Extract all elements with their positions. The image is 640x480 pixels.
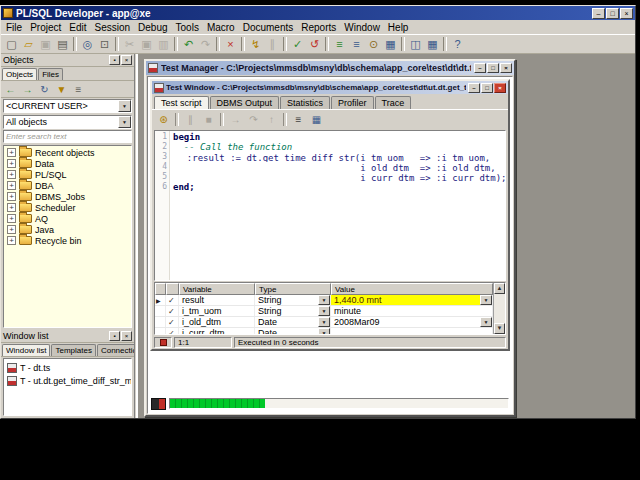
- menu-help[interactable]: Help: [384, 22, 413, 33]
- step-over-icon[interactable]: ↷: [245, 112, 262, 128]
- undo-icon[interactable]: ↶: [180, 36, 197, 53]
- menu-tools[interactable]: Tools: [172, 22, 203, 33]
- delete-icon[interactable]: ×: [222, 36, 239, 53]
- menu-session[interactable]: Session: [90, 22, 134, 33]
- expand-icon[interactable]: +: [7, 170, 16, 179]
- panel-close-icon[interactable]: ×: [121, 331, 132, 341]
- maximize-button[interactable]: □: [606, 8, 619, 19]
- new-file-icon[interactable]: ▢: [3, 36, 20, 53]
- object-filter-dropdown[interactable]: All objects ▼: [3, 115, 132, 129]
- tab-files[interactable]: Files: [38, 68, 63, 80]
- type-cell[interactable]: Date▼: [255, 317, 331, 327]
- tab-window-list[interactable]: Window list: [2, 344, 50, 356]
- open-file-icon[interactable]: ▱: [20, 36, 37, 53]
- cut-icon[interactable]: ✂: [121, 36, 138, 53]
- forward-icon[interactable]: →: [20, 82, 35, 96]
- type-dropdown-icon[interactable]: ▼: [318, 306, 330, 316]
- tile-windows-icon[interactable]: ▦: [424, 36, 441, 53]
- step-into-icon[interactable]: →: [227, 112, 244, 128]
- save-icon[interactable]: ▣: [37, 36, 54, 53]
- panel-pin-icon[interactable]: ▪: [109, 55, 120, 65]
- expand-icon[interactable]: +: [7, 203, 16, 212]
- maximize-button[interactable]: □: [487, 63, 499, 73]
- window-list-item[interactable]: T - dt.ts: [4, 361, 131, 374]
- step-out-icon[interactable]: ↑: [263, 112, 280, 128]
- value-column-header[interactable]: Value: [331, 283, 493, 295]
- variable-row-result[interactable]: ▶✓resultString▼1,440.0 mnt▼: [155, 295, 493, 306]
- close-button[interactable]: ×: [500, 63, 512, 73]
- type-cell[interactable]: String▼: [255, 295, 331, 305]
- variable-name-cell[interactable]: i_tm_uom: [179, 306, 255, 316]
- type-cell[interactable]: String▼: [255, 306, 331, 316]
- tab-test-script[interactable]: Test script: [154, 96, 209, 109]
- dropdown-arrow-icon[interactable]: ▼: [118, 100, 131, 112]
- tab-statistics[interactable]: Statistics: [280, 96, 330, 109]
- menu-reports[interactable]: Reports: [297, 22, 340, 33]
- test-window-titlebar[interactable]: Test Window - C:\Projects\mmsdb\msny\db\…: [152, 81, 508, 94]
- minimize-button[interactable]: –: [592, 8, 605, 19]
- menu-debug[interactable]: Debug: [134, 22, 171, 33]
- variable-row-i-old-dtm[interactable]: ✓i_old_dtmDate▼2008Mar09▼: [155, 317, 493, 328]
- menu-window[interactable]: Window: [340, 22, 384, 33]
- back-icon[interactable]: ←: [3, 82, 18, 96]
- user-dropdown[interactable]: <CURRENT USER> ▼: [3, 99, 132, 113]
- print-icon[interactable]: ▤: [54, 36, 71, 53]
- tree-item-recycle-bin[interactable]: +Recycle bin: [4, 235, 131, 246]
- options-icon[interactable]: ≡: [71, 82, 86, 96]
- minimize-button[interactable]: –: [474, 63, 486, 73]
- value-dropdown-icon[interactable]: ▼: [480, 295, 492, 305]
- dropdown-arrow-icon[interactable]: ▼: [118, 116, 131, 128]
- menu-edit[interactable]: Edit: [65, 22, 90, 33]
- title-bar[interactable]: PL/SQL Developer - app@xe – □ ×: [1, 6, 635, 20]
- monitor-icon[interactable]: ▦: [382, 36, 399, 53]
- close-button[interactable]: ×: [494, 83, 506, 93]
- window-list-item[interactable]: T - ut.dt.get_time_diff_str_minute.t: [4, 374, 131, 387]
- scroll-up-icon[interactable]: ▲: [494, 283, 505, 294]
- value-cell[interactable]: 1,440.0 mnt▼: [331, 295, 493, 305]
- menu-macro[interactable]: Macro: [203, 22, 239, 33]
- test-manager-titlebar[interactable]: Test Manager - C:\Projects\mmsdb\msny\db…: [146, 61, 514, 75]
- expand-icon[interactable]: +: [7, 159, 16, 168]
- variable-row-i-tm-uom[interactable]: ✓i_tm_uomString▼minute: [155, 306, 493, 317]
- variable-list-icon[interactable]: ≡: [290, 112, 307, 128]
- variable-name-cell[interactable]: i_old_dtm: [179, 317, 255, 327]
- code-editor[interactable]: 123456 begin -- Call the function :resul…: [154, 130, 506, 281]
- cascade-windows-icon[interactable]: ◫: [407, 36, 424, 53]
- variable-row-i-curr-dtm[interactable]: ✓i_curr_dtmDate▼: [155, 328, 493, 334]
- variable-name-cell[interactable]: result: [179, 295, 255, 305]
- tab-trace[interactable]: Trace: [375, 96, 412, 109]
- row-checkbox[interactable]: ✓: [166, 295, 179, 305]
- type-cell[interactable]: Date▼: [255, 328, 331, 334]
- preview-icon[interactable]: ⊡: [96, 36, 113, 53]
- grid-scrollbar[interactable]: ▲ ▼: [493, 283, 505, 334]
- row-checkbox[interactable]: ✓: [166, 306, 179, 316]
- menu-file[interactable]: File: [2, 22, 26, 33]
- value-cell[interactable]: 2008Mar09▼: [331, 317, 493, 327]
- maximize-button[interactable]: □: [481, 83, 493, 93]
- type-dropdown-icon[interactable]: ▼: [318, 317, 330, 327]
- expand-icon[interactable]: +: [7, 181, 16, 190]
- stop-test-icon[interactable]: ■: [200, 112, 217, 128]
- expand-icon[interactable]: +: [7, 236, 16, 245]
- type-dropdown-icon[interactable]: ▼: [318, 295, 330, 305]
- type-column-header[interactable]: Type: [255, 283, 331, 295]
- value-cell[interactable]: minute: [331, 306, 493, 316]
- break-icon[interactable]: ∥: [264, 36, 281, 53]
- tab-templates[interactable]: Templates: [51, 344, 95, 356]
- panel-pin-icon[interactable]: ▪: [109, 331, 120, 341]
- expand-icon[interactable]: +: [7, 148, 16, 157]
- panel-close-icon[interactable]: ×: [121, 55, 132, 65]
- copy-icon[interactable]: ▣: [138, 36, 155, 53]
- expand-icon[interactable]: +: [7, 192, 16, 201]
- type-dropdown-icon[interactable]: ▼: [318, 328, 330, 334]
- break-test-icon[interactable]: ∥: [182, 112, 199, 128]
- commit-icon[interactable]: ✓: [289, 36, 306, 53]
- row-checkbox[interactable]: ✓: [166, 317, 179, 327]
- redo-icon[interactable]: ↷: [197, 36, 214, 53]
- sessions-icon[interactable]: ≡: [348, 36, 365, 53]
- help-icon[interactable]: ?: [449, 36, 466, 53]
- filter-icon[interactable]: ▼: [54, 82, 69, 96]
- tab-profiler[interactable]: Profiler: [331, 96, 374, 109]
- variable-name-cell[interactable]: i_curr_dtm: [179, 328, 255, 334]
- row-checkbox[interactable]: ✓: [166, 328, 179, 334]
